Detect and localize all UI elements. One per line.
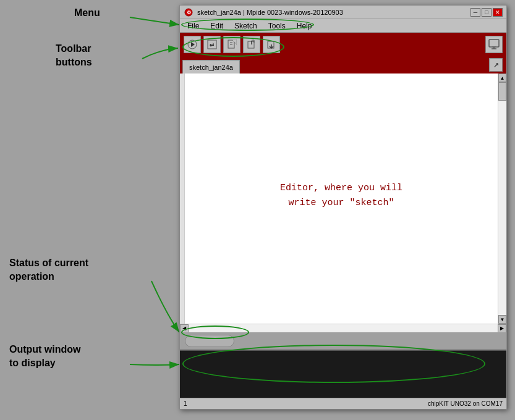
bottom-status-bar: 1 chipKIT UNO32 on COM17 [180, 398, 506, 409]
menu-help[interactable]: Help [292, 20, 317, 32]
scroll-left-arrow[interactable]: ◀ [180, 324, 189, 333]
menu-bar: File Edit Sketch Tools Help [180, 19, 506, 33]
editor-container: Editor, where you will write your "sketc… [180, 74, 506, 324]
annotation-output: Output windowto display [9, 343, 81, 371]
menu-tools[interactable]: Tools [263, 20, 291, 32]
left-scrollbar[interactable] [180, 74, 185, 324]
maximize-button[interactable]: □ [482, 8, 492, 17]
editor-line2: write your "sketch" [288, 198, 394, 208]
menu-file[interactable]: File [182, 20, 204, 32]
open-button[interactable] [243, 36, 260, 53]
output-window [180, 350, 506, 398]
scroll-up-arrow[interactable]: ▲ [498, 74, 506, 82]
horizontal-scrollbar[interactable]: ◀ ▶ [180, 324, 506, 332]
scroll-down-arrow[interactable]: ▼ [498, 315, 506, 324]
svg-rect-11 [248, 41, 254, 48]
window-controls: ─ □ ✕ [470, 8, 503, 17]
tab-label: sketch_jan24a [189, 64, 233, 71]
svg-text:⚙: ⚙ [187, 10, 191, 15]
app-icon: ⚙ [184, 7, 194, 17]
svg-marker-4 [191, 42, 195, 47]
svg-text:⇄: ⇄ [210, 41, 215, 48]
editor-line1: Editor, where you will [280, 183, 402, 193]
svg-rect-16 [489, 40, 499, 47]
line-number: 1 [184, 400, 196, 407]
title-bar: ⚙ sketch_jan24a | Mpide 0023-windows-201… [180, 6, 506, 19]
board-info: chipKIT UNO32 on COM17 [428, 400, 503, 407]
monitor-button[interactable] [485, 36, 503, 53]
tab-bar: sketch_jan24a ↗ [180, 56, 506, 74]
right-scrollbar[interactable]: ▲ ▼ [498, 74, 506, 324]
toolbar: ⇄ [180, 33, 506, 56]
detach-button[interactable]: ↗ [489, 58, 503, 72]
status-area [180, 332, 506, 350]
transfer-button[interactable]: ⇄ [203, 36, 221, 53]
annotation-toolbar: Toolbarbuttons [56, 42, 92, 70]
h-scroll-track[interactable] [189, 324, 498, 332]
scroll-right-arrow[interactable]: ▶ [498, 324, 506, 333]
tab-sketch[interactable]: sketch_jan24a [182, 60, 240, 74]
menu-sketch[interactable]: Sketch [229, 20, 262, 32]
scroll-track[interactable] [498, 82, 506, 315]
editor-content[interactable]: Editor, where you will write your "sketc… [185, 74, 498, 324]
menu-edit[interactable]: Edit [205, 20, 228, 32]
window-title: sketch_jan24a | Mpide 0023-windows-20120… [197, 9, 470, 16]
close-button[interactable]: ✕ [493, 8, 503, 17]
status-button[interactable] [185, 335, 234, 347]
main-window: ⚙ sketch_jan24a | Mpide 0023-windows-201… [179, 5, 507, 410]
save-button[interactable] [263, 36, 280, 53]
minimize-button[interactable]: ─ [470, 8, 480, 17]
run-button[interactable] [184, 36, 201, 53]
new-sketch-button[interactable] [223, 36, 240, 53]
scroll-thumb[interactable] [498, 82, 506, 101]
annotation-menu: Menu [74, 7, 100, 19]
editor-placeholder-text: Editor, where you will write your "sketc… [280, 181, 402, 211]
annotation-status: Status of currentoperation [9, 256, 88, 284]
